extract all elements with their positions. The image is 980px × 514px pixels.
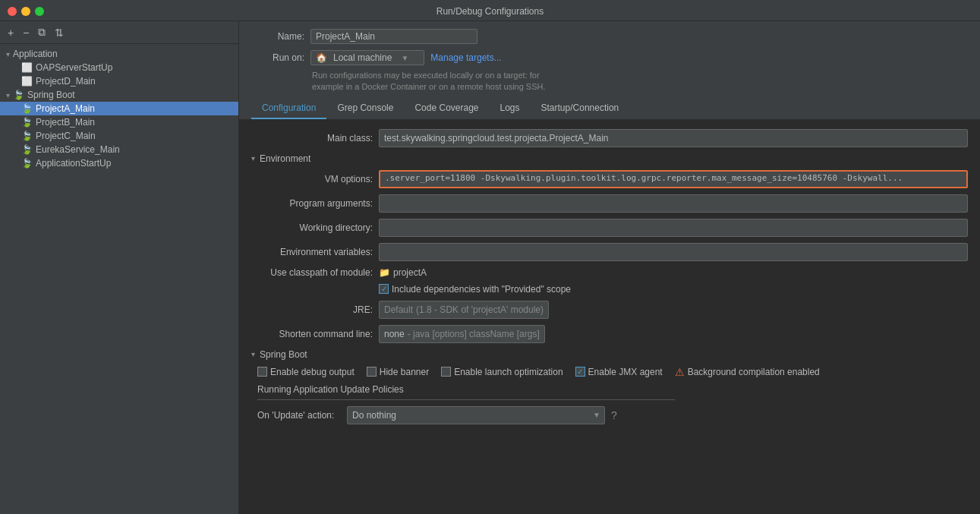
spring-icon: 🍃 bbox=[21, 117, 33, 128]
sidebar-item-label: EurekaService_Main bbox=[36, 144, 120, 155]
on-update-select[interactable]: Do nothing bbox=[347, 406, 605, 424]
close-button[interactable] bbox=[8, 7, 17, 16]
enable-launch-optimization-item[interactable]: Enable launch optimization bbox=[441, 367, 562, 377]
jre-sub-label: (1.8 - SDK of 'projectA' module) bbox=[416, 304, 544, 315]
shorten-input[interactable]: none - java [options] className [args] bbox=[379, 325, 545, 343]
hide-banner-checkbox[interactable] bbox=[367, 367, 377, 377]
update-policies-label: Running Application Update Policies bbox=[257, 384, 968, 395]
tab-label-grep-console: Grep Console bbox=[337, 102, 393, 113]
sidebar-item-oapserverstartup[interactable]: ⬜ OAPServerStartUp bbox=[0, 61, 238, 74]
include-deps-checkbox[interactable]: ✓ bbox=[379, 284, 389, 294]
tab-configuration[interactable]: Configuration bbox=[251, 99, 326, 119]
sidebar-item-projectb-main[interactable]: 🍃 ProjectB_Main bbox=[0, 115, 238, 129]
tab-label-logs: Logs bbox=[500, 102, 520, 113]
sidebar-item-projecta-main[interactable]: 🍃 ProjectA_Main bbox=[0, 102, 238, 115]
background-compilation-item[interactable]: ⚠ Background compilation enabled bbox=[675, 366, 820, 378]
hide-banner-label: Hide banner bbox=[380, 367, 429, 377]
maximize-button[interactable] bbox=[35, 7, 44, 16]
run-on-row: Run on: 🏠 Local machine ▼ Manage targets… bbox=[251, 50, 968, 65]
name-input[interactable] bbox=[310, 29, 477, 44]
name-label: Name: bbox=[251, 31, 304, 42]
vm-options-value: .server_port=11800 -Dskywalking.plugin.t… bbox=[385, 173, 903, 183]
spring-icon: 🍃 bbox=[21, 158, 33, 169]
sidebar-item-label: ProjectB_Main bbox=[36, 117, 95, 128]
content-header: Name: Run on: 🏠 Local machine ▼ Manage t… bbox=[239, 21, 980, 120]
sidebar-item-projectc-main[interactable]: 🍃 ProjectC_Main bbox=[0, 129, 238, 143]
shorten-sub-label: - java [options] className [args] bbox=[408, 329, 540, 339]
enable-jmx-agent-checkbox[interactable]: ✓ bbox=[575, 367, 585, 377]
sidebar-item-label: ProjectC_Main bbox=[36, 131, 96, 141]
env-vars-row: Environment variables: bbox=[251, 243, 968, 261]
shorten-value: none bbox=[384, 329, 405, 339]
main-class-input[interactable] bbox=[379, 129, 968, 147]
enable-launch-optimization-checkbox[interactable] bbox=[441, 367, 451, 377]
update-policies-section: Running Application Update Policies On '… bbox=[257, 384, 968, 424]
content-panel: Name: Run on: 🏠 Local machine ▼ Manage t… bbox=[239, 21, 980, 514]
spring-boot-section-label: Spring Boot bbox=[260, 349, 307, 360]
sidebar-item-spring-boot[interactable]: ▾ 🍃 Spring Boot bbox=[0, 88, 238, 102]
chevron-down-icon: ▾ bbox=[6, 91, 10, 99]
tab-startup-connection[interactable]: Startup/Connection bbox=[531, 99, 630, 119]
sidebar-item-label: ProjectD_Main bbox=[36, 76, 96, 87]
background-compilation-label: Background compilation enabled bbox=[688, 367, 820, 377]
main-class-label: Main class: bbox=[251, 133, 373, 143]
program-args-label: Program arguments: bbox=[251, 198, 373, 209]
on-update-label: On 'Update' action: bbox=[257, 410, 341, 421]
classpath-row: Use classpath of module: 📁 projectA bbox=[251, 267, 968, 278]
tab-code-coverage[interactable]: Code Coverage bbox=[404, 99, 489, 119]
enable-debug-output-label: Enable debug output bbox=[270, 367, 355, 377]
sidebar-item-application[interactable]: ▾ Application bbox=[0, 47, 238, 61]
tab-logs[interactable]: Logs bbox=[490, 99, 531, 119]
minimize-button[interactable] bbox=[21, 7, 30, 16]
enable-debug-output-checkbox[interactable] bbox=[257, 367, 267, 377]
sidebar-item-applicationstartup[interactable]: 🍃 ApplicationStartUp bbox=[0, 156, 238, 170]
spring-boot-section-header: ▾ Spring Boot bbox=[251, 349, 968, 360]
env-vars-label: Environment variables: bbox=[251, 247, 373, 257]
jre-input[interactable]: Default (1.8 - SDK of 'projectA' module) bbox=[379, 301, 549, 319]
sidebar-item-eurekaservice-main[interactable]: 🍃 EurekaService_Main bbox=[0, 143, 238, 156]
run-on-select-wrapper[interactable]: 🏠 Local machine ▼ bbox=[310, 50, 424, 65]
env-vars-input[interactable] bbox=[379, 243, 968, 261]
spring-icon: 🍃 bbox=[21, 131, 33, 141]
manage-targets-link[interactable]: Manage targets... bbox=[430, 52, 501, 63]
run-hint: Run configurations may be executed local… bbox=[312, 70, 968, 93]
on-update-select-wrapper[interactable]: Do nothing ▼ bbox=[347, 406, 605, 424]
add-config-button[interactable]: + bbox=[5, 25, 17, 40]
spring-boot-section: ▾ Spring Boot Enable debug output Hide b… bbox=[251, 349, 968, 424]
enable-debug-output-item[interactable]: Enable debug output bbox=[257, 367, 355, 377]
program-args-input[interactable] bbox=[379, 194, 968, 213]
enable-jmx-agent-item[interactable]: ✓ Enable JMX agent bbox=[575, 367, 663, 377]
help-icon[interactable]: ? bbox=[611, 409, 617, 421]
spring-icon: 🍃 bbox=[21, 103, 33, 114]
run-on-select[interactable]: 🏠 Local machine ▼ bbox=[310, 50, 424, 65]
working-dir-input[interactable] bbox=[379, 219, 968, 237]
app-icon: ⬜ bbox=[21, 76, 33, 87]
include-deps-checkbox-item[interactable]: ✓ Include dependencies with "Provided" s… bbox=[379, 284, 571, 295]
sidebar-item-label: ProjectA_Main bbox=[36, 103, 95, 114]
classpath-label: Use classpath of module: bbox=[251, 267, 373, 278]
chevron-down-icon: ▾ bbox=[251, 350, 255, 358]
tab-grep-console[interactable]: Grep Console bbox=[326, 99, 404, 119]
copy-config-button[interactable]: ⧉ bbox=[35, 24, 49, 40]
sidebar-item-label: ApplicationStartUp bbox=[36, 158, 111, 169]
shorten-label: Shorten command line: bbox=[251, 329, 373, 339]
run-on-label: Run on: bbox=[251, 52, 304, 63]
name-row: Name: bbox=[251, 29, 968, 44]
group-label-application: Application bbox=[13, 49, 58, 59]
jre-label: JRE: bbox=[251, 304, 373, 315]
tab-bar: Configuration Grep Console Code Coverage… bbox=[251, 99, 968, 119]
title-bar: Run/Debug Configurations bbox=[0, 0, 980, 21]
jre-row: JRE: Default (1.8 - SDK of 'projectA' mo… bbox=[251, 301, 968, 319]
tab-label-startup-connection: Startup/Connection bbox=[541, 102, 619, 113]
move-config-button[interactable]: ⇅ bbox=[52, 25, 67, 40]
enable-launch-optimization-label: Enable launch optimization bbox=[454, 367, 562, 377]
vm-options-input[interactable]: .server_port=11800 -Dskywalking.plugin.t… bbox=[379, 170, 968, 188]
traffic-lights[interactable] bbox=[8, 7, 44, 16]
app-icon: ⬜ bbox=[21, 62, 33, 73]
window-title: Run/Debug Configurations bbox=[436, 6, 544, 17]
remove-config-button[interactable]: − bbox=[20, 25, 32, 40]
group-label-spring-boot: Spring Boot bbox=[27, 90, 75, 100]
hide-banner-item[interactable]: Hide banner bbox=[367, 367, 429, 377]
sidebar-item-projectd-main[interactable]: ⬜ ProjectD_Main bbox=[0, 74, 238, 88]
chevron-down-icon: ▾ bbox=[251, 154, 255, 162]
